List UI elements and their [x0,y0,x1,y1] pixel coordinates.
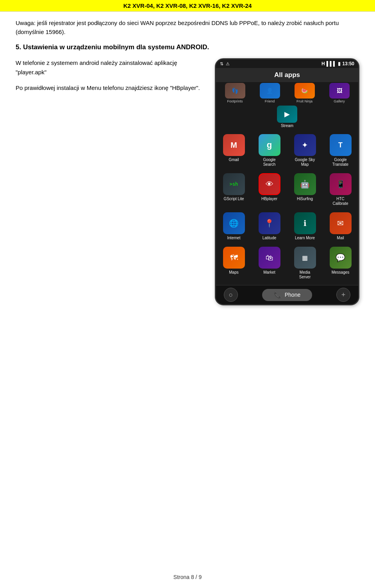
media-server-icon: ▦ [294,247,316,269]
htc-calibrate-label: HTCCalibrate [332,197,348,206]
app-mail[interactable]: ✉ Mail [323,209,358,244]
clock: 13:50 [342,61,354,66]
paragraph-2: Po prawidłowej instalacji w Menu telefon… [16,83,203,93]
partial-gallery: 🖼 Gallery [329,83,350,103]
h-indicator: H [321,61,325,66]
learn-more-label: Learn More [295,236,315,240]
latitude-label: Latitude [262,236,277,240]
google-sky-map-icon: ✦ [294,134,316,156]
hbplayer-icon: 👁 [259,173,280,195]
apps-grid: M Gmail g GoogleSearch ✦ [216,129,358,285]
section-body: W telefonie z systemem android należy za… [16,58,359,305]
app-hisurfing[interactable]: 🤖 HiSurfing [287,170,323,209]
hisurfing-label: HiSurfing [297,197,313,201]
status-bar: ⇅ ⚠ H ▌▌▌ ▮ 13:50 [216,59,358,68]
maps-icon: 🗺 [223,247,245,269]
google-sky-map-label: Google SkyMap [295,158,315,167]
internet-label: Internet [227,236,241,240]
phone-bottom-bar: ○ 📞 Phone + [216,285,358,304]
mail-icon: ✉ [330,212,352,234]
section-title-text: Ustawienia w urządzeniu mobilnym dla sys… [23,43,209,51]
app-google-translate[interactable]: T GoogleTranslate [323,131,358,170]
battery-icon: ▮ [338,61,341,66]
google-search-icon: g [259,134,280,156]
partial-friend: 👤 Friend [260,83,280,103]
text-column: W telefonie z systemem android należy za… [16,58,203,93]
app-market[interactable]: 🛍 Market [252,244,287,283]
hisurfing-icon: 🤖 [294,173,316,195]
app-media-server[interactable]: ▦ MediaServer [287,244,323,283]
page-header: K2 XVR-04, K2 XVR-08, K2 XVR-16, K2 XVR-… [0,0,375,12]
latitude-icon: 📍 [259,212,280,234]
hbplayer-label: HBplayer [261,197,277,201]
app-google-sky-map[interactable]: ✦ Google SkyMap [287,131,323,170]
status-right: H ▌▌▌ ▮ 13:50 [321,61,354,66]
app-maps[interactable]: 🗺 Maps [216,244,252,283]
app-hbplayer[interactable]: 👁 HBplayer [252,170,287,209]
gallery-icon: 🖼 [329,83,350,99]
all-apps-title: All apps [216,68,358,82]
add-button[interactable]: + [336,288,350,302]
app-gscript-lite[interactable]: >sh GScript Lite [216,170,252,209]
phone-mockup: ⇅ ⚠ H ▌▌▌ ▮ 13:50 All apps [215,58,359,305]
back-icon: ○ [229,291,233,299]
market-label: Market [263,270,275,275]
back-button[interactable]: ○ [224,288,238,302]
partial-footprints: 👣 Footprints [225,83,245,103]
top-partial-row: 👣 Footprints 👤 Friend 🍉 [216,82,358,104]
gscript-lite-icon: >sh [223,173,245,195]
signal-bars: ▌▌▌ [327,61,337,66]
friend-icon: 👤 [260,83,280,99]
app-messages[interactable]: 💬 Messages [323,244,358,283]
google-search-label: GoogleSearch [263,158,275,167]
app-google-search[interactable]: g GoogleSearch [252,131,287,170]
gscript-lite-label: GScript Lite [223,197,244,201]
phone-label: Phone [285,292,300,298]
media-server-label: MediaServer [299,270,311,280]
messages-icon: 💬 [330,247,352,269]
fruit-ninja-icon: 🍉 [295,83,315,99]
stream-app: ▶ Stream [277,106,297,128]
paragraph-1: W telefonie z systemem android należy za… [16,58,203,77]
app-latitude[interactable]: 📍 Latitude [252,209,287,244]
stream-icon: ▶ [277,106,297,123]
messages-label: Messages [332,270,350,275]
app-learn-more[interactable]: ℹ Learn More [287,209,323,244]
mail-label: Mail [337,236,344,240]
page-content: Uwaga: jeśli rejestrator jest podłączony… [0,12,375,321]
market-icon: 🛍 [259,247,280,269]
header-title: K2 XVR-04, K2 XVR-08, K2 XVR-16, K2 XVR-… [123,2,252,9]
google-translate-label: GoogleTranslate [332,158,348,167]
section-number: 5. [16,43,21,51]
stream-row: ▶ Stream [216,104,358,129]
phone-icon: 📞 [274,291,282,299]
htc-calibrate-icon: 📱 [330,173,352,195]
google-translate-icon: T [330,134,352,156]
partial-fruit-ninja: 🍉 Fruit Ninja [295,83,315,103]
phone-button[interactable]: 📞 Phone [262,289,312,301]
app-gmail[interactable]: M Gmail [216,131,252,170]
status-left: ⇅ ⚠ [220,61,230,66]
footer-text: Strona 8 / 9 [173,574,202,580]
footprints-icon: 👣 [225,83,245,99]
warning-icon: ⚠ [226,61,230,66]
warning-text: Uwaga: jeśli rejestrator jest podłączony… [16,19,359,36]
add-icon: + [341,291,346,299]
gmail-icon: M [223,134,245,156]
app-htc-calibrate[interactable]: 📱 HTCCalibrate [323,170,358,209]
internet-icon: 🌐 [223,212,245,234]
app-internet[interactable]: 🌐 Internet [216,209,252,244]
gmail-label: Gmail [229,158,239,162]
page-footer: Strona 8 / 9 [0,574,375,580]
learn-more-icon: ℹ [294,212,316,234]
phone: ⇅ ⚠ H ▌▌▌ ▮ 13:50 All apps [215,58,359,305]
maps-label: Maps [229,270,238,275]
usb-icon: ⇅ [220,61,223,66]
section-title: 5. Ustawienia w urządzeniu mobilnym dla … [16,43,359,51]
